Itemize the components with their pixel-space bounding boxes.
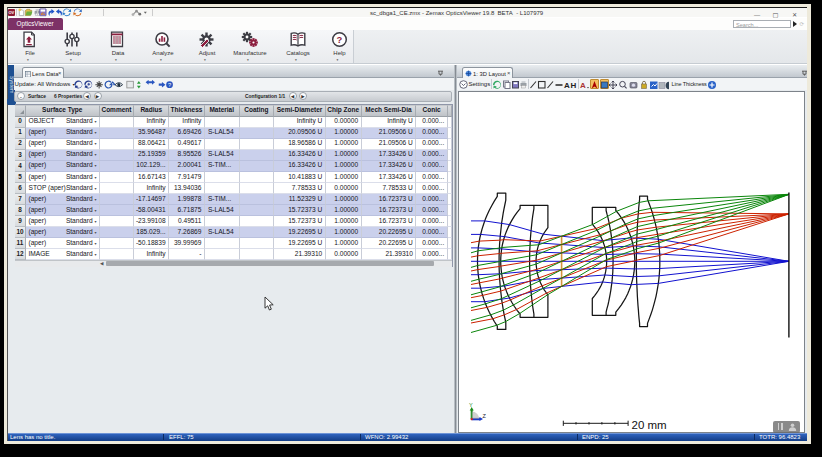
svg-text:?: ?	[336, 34, 342, 45]
svg-text:A: A	[580, 80, 586, 89]
svg-text:A: A	[564, 80, 570, 89]
svg-text:20 mm: 20 mm	[631, 418, 666, 430]
svg-text:Z: Z	[482, 413, 486, 419]
svg-text:Y: Y	[469, 401, 473, 407]
svg-text:?: ?	[167, 82, 170, 88]
svg-text:H: H	[571, 80, 577, 89]
